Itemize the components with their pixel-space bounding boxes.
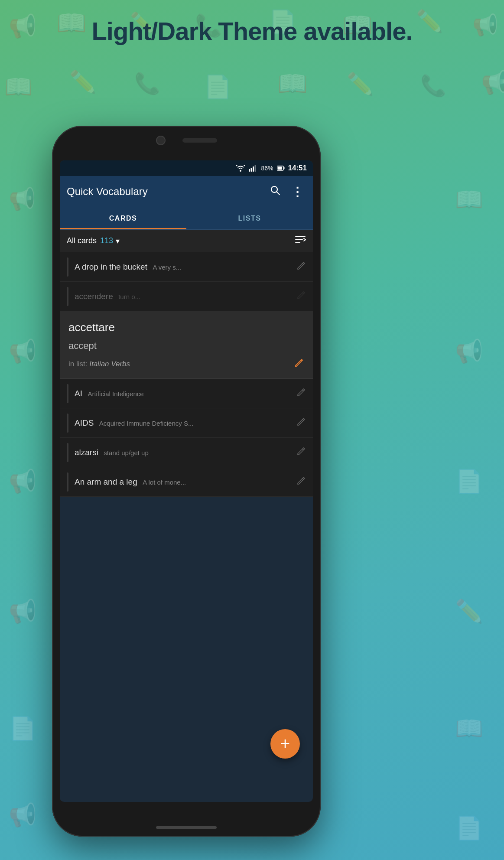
card-expanded-back: accept (68, 340, 304, 352)
front-camera (156, 136, 166, 145)
card-item-text: AI Artificial Inteligence (75, 389, 296, 398)
phone-top-bar (147, 134, 225, 147)
edit-icon[interactable] (296, 290, 306, 302)
card-front: A drop in the bucket (75, 262, 147, 271)
card-list-name: Italian Verbs (89, 360, 130, 368)
card-back: Acquired Immune Deficiency S... (99, 420, 194, 427)
card-item-text: alzarsi stand up/get up (75, 448, 296, 457)
card-front: accendere (75, 292, 113, 301)
filter-count: 113 (100, 236, 113, 245)
svg-rect-0 (249, 169, 250, 172)
card-back: A very s... (153, 264, 181, 271)
card-front: An arm and a leg (75, 477, 137, 486)
card-front: alzarsi (75, 448, 98, 457)
card-item[interactable]: alzarsi stand up/get up (60, 438, 313, 467)
svg-rect-5 (277, 167, 282, 170)
edit-icon[interactable] (294, 358, 304, 371)
app-toolbar: Quick Vocabulary ⋮ (60, 176, 313, 207)
card-left-bar (67, 384, 68, 403)
sort-icon[interactable] (295, 235, 306, 247)
card-item-text: AIDS Acquired Immune Deficiency S... (75, 418, 296, 428)
earpiece-speaker (182, 138, 217, 143)
chevron-down-icon: ▾ (116, 236, 120, 246)
status-time: 14:51 (288, 164, 307, 173)
status-icons: 86% 14:51 (236, 164, 307, 173)
edit-icon[interactable] (296, 476, 306, 488)
svg-line-8 (276, 192, 280, 195)
battery-icon (277, 165, 285, 171)
card-item-text: A drop in the bucket A very s... (75, 262, 296, 272)
card-expanded-list-row: in list: Italian Verbs (68, 358, 304, 371)
add-icon: + (280, 735, 290, 752)
tab-lists[interactable]: LISTS (186, 207, 313, 229)
card-expanded-front: accettare (68, 321, 304, 334)
card-left-bar (67, 472, 68, 492)
filter-label: All cards (67, 236, 97, 245)
add-card-button[interactable]: + (270, 729, 300, 759)
wifi-icon (236, 165, 245, 172)
signal-icon (249, 165, 257, 172)
card-expanded[interactable]: accettare accept in list: Italian Verbs (60, 311, 313, 379)
tab-cards[interactable]: CARDS (60, 207, 186, 229)
card-left-bar (67, 287, 68, 306)
card-left-bar (67, 414, 68, 433)
card-item[interactable]: AI Artificial Inteligence (60, 379, 313, 408)
search-icon[interactable] (267, 182, 283, 202)
svg-rect-6 (283, 167, 284, 169)
card-item[interactable]: An arm and a leg A lot of mone... (60, 467, 313, 497)
card-left-bar (67, 257, 68, 277)
card-item-text: accendere turn o... (75, 292, 296, 301)
card-back: A lot of mone... (143, 479, 186, 486)
svg-rect-1 (251, 168, 252, 172)
card-back: Artificial Inteligence (88, 390, 143, 397)
edit-icon[interactable] (296, 388, 306, 399)
filter-bar[interactable]: All cards 113 ▾ (60, 230, 313, 252)
headline-text: Light/Dark Theme available. (0, 16, 504, 46)
card-item-text: An arm and a leg A lot of mone... (75, 477, 296, 487)
battery-percent: 86% (261, 165, 273, 172)
card-item[interactable]: accendere turn o... (60, 282, 313, 311)
svg-rect-3 (255, 165, 256, 172)
phone-screen: 86% 14:51 Quick Vocabulary ⋮ (60, 160, 313, 802)
status-bar: 86% 14:51 (60, 160, 313, 176)
card-front: AIDS (75, 418, 94, 427)
card-list-prefix: in list: (68, 360, 87, 368)
card-back: turn o... (118, 293, 140, 300)
edit-icon[interactable] (296, 261, 306, 273)
edit-icon[interactable] (296, 446, 306, 458)
card-list: A drop in the bucket A very s... accende… (60, 252, 313, 497)
more-options-icon[interactable]: ⋮ (289, 182, 306, 202)
card-item[interactable]: AIDS Acquired Immune Deficiency S... (60, 408, 313, 438)
phone-shell: 86% 14:51 Quick Vocabulary ⋮ (52, 126, 321, 837)
card-back: stand up/get up (104, 449, 148, 456)
home-indicator (156, 826, 217, 829)
card-left-bar (67, 443, 68, 462)
app-tabs: CARDS LISTS (60, 207, 313, 230)
card-front: AI (75, 389, 82, 398)
app-title: Quick Vocabulary (67, 186, 262, 198)
card-item[interactable]: A drop in the bucket A very s... (60, 252, 313, 282)
edit-icon[interactable] (296, 417, 306, 429)
svg-rect-2 (253, 166, 254, 172)
